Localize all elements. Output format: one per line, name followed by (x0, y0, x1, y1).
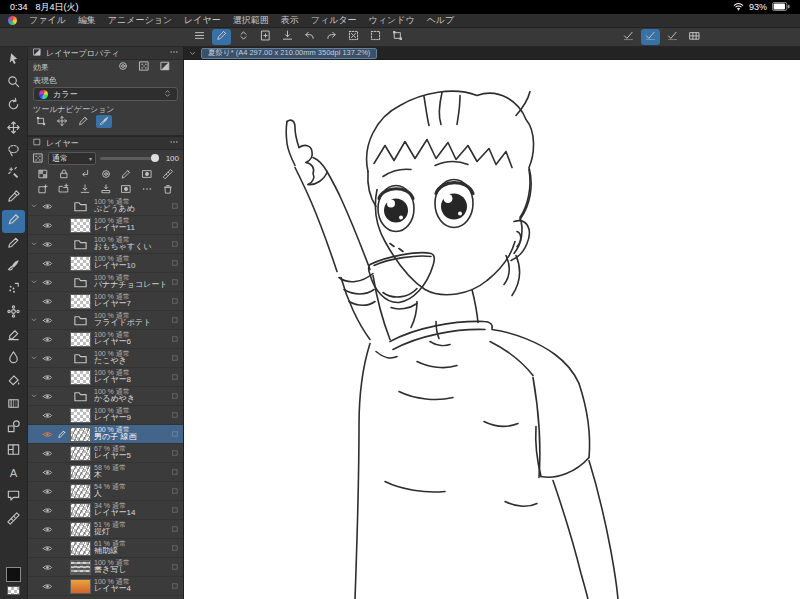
layer-visibility-icon[interactable] (41, 467, 54, 478)
opacity-slider[interactable] (100, 152, 159, 165)
tool-correction[interactable] (2, 509, 25, 532)
shortcut-bar-button[interactable] (685, 29, 704, 45)
menu-item-8[interactable]: ヘルプ (427, 14, 455, 27)
tool-balloon[interactable] (2, 486, 25, 509)
layer-row[interactable]: 100 % 通常書き写し (28, 558, 183, 577)
layer-thumbnail[interactable] (70, 389, 91, 404)
layer-thumbnail[interactable] (70, 199, 91, 214)
clear-button[interactable] (344, 29, 363, 45)
lock-layer[interactable] (56, 168, 72, 181)
ruler-range[interactable] (160, 168, 176, 181)
layer-visibility-icon[interactable] (41, 296, 54, 307)
main-color-swatch[interactable] (6, 567, 21, 582)
tool-text[interactable]: A (2, 463, 25, 486)
folder-expand-icon[interactable] (30, 316, 38, 324)
new-layer-folder[interactable] (56, 183, 72, 196)
layer-thumbnail[interactable] (70, 503, 91, 518)
panel-menu-icon[interactable] (169, 137, 179, 149)
current-tool-button[interactable] (212, 29, 231, 45)
layer-visibility-icon[interactable] (41, 277, 54, 288)
draft-layer[interactable] (118, 168, 134, 181)
layer-row[interactable]: 100 % 通常レイヤー11 (28, 216, 183, 235)
layer-visibility-icon[interactable] (41, 391, 54, 402)
layer-row[interactable]: 100 % 通常レイヤー9 (28, 406, 183, 425)
tone-effect[interactable] (136, 61, 152, 74)
deselect-button[interactable] (366, 29, 385, 45)
layer-row[interactable]: 67 % 通常レイヤー5 (28, 444, 183, 463)
expression-color-dropdown[interactable]: カラー (33, 87, 178, 101)
layer-thumbnail[interactable] (70, 560, 91, 575)
tool-switch-button[interactable] (234, 29, 253, 45)
layer-visibility-icon[interactable] (41, 372, 54, 383)
layer-thumbnail[interactable] (70, 256, 91, 271)
nav-brush[interactable] (96, 115, 112, 128)
lock-transparent-pixels[interactable] (35, 168, 51, 181)
folder-expand-icon[interactable] (30, 354, 38, 362)
tool-selection[interactable] (2, 141, 25, 164)
layer-thumbnail[interactable] (70, 351, 91, 366)
layer-thumbnail[interactable] (70, 484, 91, 499)
layer-visibility-icon[interactable] (41, 220, 54, 231)
layer-visibility-icon[interactable] (41, 524, 54, 535)
layer-row[interactable]: 51 % 通常提灯 (28, 520, 183, 539)
nav-move[interactable] (54, 115, 70, 128)
transform-button[interactable] (388, 29, 407, 45)
layer-visibility-icon[interactable] (41, 505, 54, 516)
layer-row[interactable]: 100 % 通常レイヤー7 (28, 292, 183, 311)
tool-eyedropper[interactable] (2, 187, 25, 210)
menu-item-1[interactable]: 編集 (78, 14, 96, 27)
menu-item-0[interactable]: ファイル (29, 14, 66, 27)
tool-operation[interactable] (2, 49, 25, 72)
layer-thumbnail[interactable] (70, 522, 91, 537)
layer-row[interactable]: 61 % 通常補助線 (28, 539, 183, 558)
layer-row[interactable]: 34 % 通常レイヤー14 (28, 501, 183, 520)
layer-visibility-icon[interactable] (41, 581, 54, 592)
tool-fill[interactable] (2, 371, 25, 394)
layer-thumbnail[interactable] (70, 427, 91, 442)
layer-visibility-icon[interactable] (41, 562, 54, 573)
app-logo-icon[interactable] (8, 16, 17, 25)
layer-visibility-icon[interactable] (41, 429, 54, 440)
layer-visibility-icon[interactable] (41, 448, 54, 459)
tool-frame[interactable] (2, 440, 25, 463)
layer-thumbnail[interactable] (70, 408, 91, 423)
layer-thumbnail[interactable] (70, 294, 91, 309)
layer-thumbnail[interactable] (70, 218, 91, 233)
enable-mask[interactable] (139, 168, 155, 181)
create-mask[interactable] (118, 183, 134, 196)
menu-item-4[interactable]: 選択範囲 (233, 14, 269, 27)
undo-button[interactable] (300, 29, 319, 45)
tool-blend[interactable] (2, 348, 25, 371)
tool-decoration[interactable] (2, 302, 25, 325)
tool-move-layer[interactable] (2, 118, 25, 141)
document-tab[interactable]: 夏祭り* (A4 297.00 x 210.00mm 350dpi 137.2%… (201, 48, 377, 59)
new-raster-layer[interactable] (35, 183, 51, 196)
layer-thumbnail[interactable] (70, 313, 91, 328)
menu-item-3[interactable]: レイヤー (184, 14, 221, 27)
menu-item-5[interactable]: 表示 (281, 14, 299, 27)
folder-expand-icon[interactable] (30, 392, 38, 400)
folder-expand-icon[interactable] (30, 240, 38, 248)
layer-folder-row[interactable]: 100 % 通常おもちゃすくい (28, 235, 183, 254)
layer-visibility-icon[interactable] (41, 315, 54, 326)
layer-visibility-icon[interactable] (41, 334, 54, 345)
redo-button[interactable] (322, 29, 341, 45)
layer-visibility-icon[interactable] (41, 543, 54, 554)
tool-airbrush[interactable] (2, 279, 25, 302)
layer-settings[interactable] (139, 183, 155, 196)
layer-row[interactable]: 100 % 通常レイヤー8 (28, 368, 183, 387)
layer-thumbnail[interactable] (70, 332, 91, 347)
layer-thumbnail[interactable] (70, 465, 91, 480)
menu-item-6[interactable]: フィルター (311, 14, 357, 27)
stabilization-a-button[interactable] (619, 29, 638, 45)
stabilization-c-button[interactable] (663, 29, 682, 45)
layer-color-effect[interactable] (157, 61, 173, 74)
reference-layer[interactable] (98, 168, 114, 181)
layer-row[interactable]: 100 % 通常男の子 線画 (28, 425, 183, 444)
nav-pen[interactable] (75, 115, 91, 128)
layer-row[interactable]: 58 % 通常木 (28, 463, 183, 482)
menu-item-2[interactable]: アニメーション (108, 14, 172, 27)
tool-brush[interactable] (2, 256, 25, 279)
layer-thumbnail[interactable] (70, 541, 91, 556)
layer-row[interactable]: 100 % 通常レイヤー10 (28, 254, 183, 273)
